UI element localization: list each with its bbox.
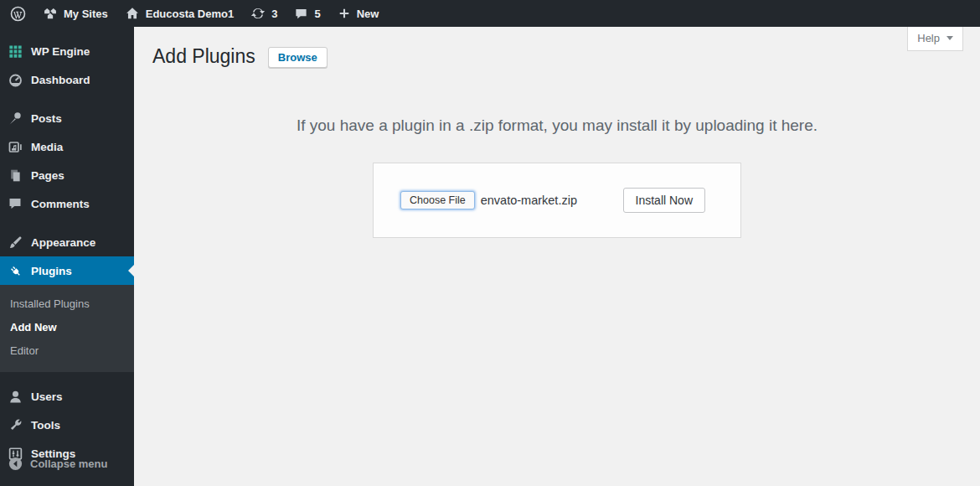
tools-icon bbox=[8, 417, 23, 433]
dashboard-icon bbox=[8, 72, 23, 88]
collapse-arrow-icon bbox=[8, 456, 23, 472]
plus-icon bbox=[338, 7, 351, 20]
sidebar-item-users[interactable]: Users bbox=[0, 382, 134, 411]
sidebar-item-media[interactable]: Media bbox=[0, 132, 134, 161]
updates-count: 3 bbox=[271, 8, 277, 20]
new-menu[interactable]: New bbox=[329, 0, 388, 27]
sidebar-item-label: Users bbox=[31, 390, 63, 403]
plugin-icon bbox=[8, 263, 23, 279]
sidebar-item-label: Pages bbox=[31, 169, 64, 182]
sidebar-item-label: Dashboard bbox=[31, 74, 90, 86]
wpengine-grid-icon bbox=[8, 44, 23, 59]
sidebar-item-plugins[interactable]: Plugins bbox=[0, 256, 134, 285]
pin-icon bbox=[8, 111, 23, 127]
upload-plugin-form: Choose File envato-market.zip Install No… bbox=[373, 163, 741, 238]
sidebar-item-posts[interactable]: Posts bbox=[0, 104, 134, 132]
pages-icon bbox=[8, 168, 23, 184]
sidebar-item-label: Media bbox=[31, 141, 63, 153]
help-label: Help bbox=[917, 32, 940, 44]
my-sites-icon bbox=[43, 6, 58, 21]
sidebar-item-dashboard[interactable]: Dashboard bbox=[0, 65, 134, 94]
title-row: Add Plugins Browse bbox=[134, 27, 980, 69]
file-input-group: Choose File envato-market.zip bbox=[400, 191, 577, 209]
sidebar-item-wp-engine[interactable]: WP Engine bbox=[0, 37, 134, 65]
sidebar-item-tools[interactable]: Tools bbox=[0, 411, 134, 439]
comments-menu[interactable]: 5 bbox=[286, 0, 328, 27]
selected-file-name: envato-market.zip bbox=[481, 194, 577, 207]
my-sites-label: My Sites bbox=[64, 8, 108, 20]
upload-instruction: If you have a plugin in a .zip format, y… bbox=[134, 116, 980, 135]
submenu-add-new[interactable]: Add New bbox=[0, 316, 134, 339]
install-now-button[interactable]: Install Now bbox=[623, 188, 705, 213]
page-title: Add Plugins bbox=[152, 44, 255, 69]
site-name-label: Educosta Demo1 bbox=[146, 8, 234, 20]
new-label: New bbox=[357, 8, 379, 20]
collapse-menu-label: Collapse menu bbox=[30, 458, 107, 470]
comments-icon bbox=[8, 196, 23, 211]
choose-file-button[interactable]: Choose File bbox=[400, 191, 475, 209]
users-icon bbox=[8, 389, 23, 405]
browse-button[interactable]: Browse bbox=[268, 47, 328, 68]
plugins-submenu: Installed Plugins Add New Editor bbox=[0, 285, 134, 372]
site-name-menu[interactable]: Educosta Demo1 bbox=[116, 0, 242, 27]
sidebar-item-pages[interactable]: Pages bbox=[0, 161, 134, 189]
updates-menu[interactable]: 3 bbox=[242, 0, 286, 27]
admin-bar: My Sites Educosta Demo1 3 5 bbox=[0, 0, 980, 27]
sidebar-item-appearance[interactable]: Appearance bbox=[0, 228, 134, 256]
help-tab[interactable]: Help bbox=[907, 27, 963, 51]
admin-sidebar: WP Engine Dashboard Posts bbox=[0, 27, 134, 486]
appearance-icon bbox=[8, 235, 23, 251]
wordpress-logo-icon bbox=[10, 6, 26, 22]
main-content: Help Add Plugins Browse If you have a pl… bbox=[134, 27, 980, 486]
comment-bubble-icon bbox=[294, 7, 308, 21]
sidebar-item-label: Posts bbox=[31, 112, 62, 125]
home-icon bbox=[125, 6, 140, 21]
my-sites-menu[interactable]: My Sites bbox=[34, 0, 116, 27]
sidebar-item-label: Appearance bbox=[31, 236, 95, 249]
caret-down-icon bbox=[946, 36, 953, 44]
wordpress-menu[interactable] bbox=[2, 0, 34, 27]
updates-icon bbox=[250, 6, 266, 21]
sidebar-item-label: Comments bbox=[31, 198, 90, 210]
collapse-menu-button[interactable]: Collapse menu bbox=[0, 449, 134, 478]
submenu-installed-plugins[interactable]: Installed Plugins bbox=[0, 292, 134, 316]
media-icon bbox=[8, 139, 23, 155]
comments-count: 5 bbox=[314, 8, 320, 20]
sidebar-item-comments[interactable]: Comments bbox=[0, 189, 134, 218]
submenu-editor[interactable]: Editor bbox=[0, 339, 134, 363]
sidebar-item-label: Tools bbox=[31, 419, 60, 432]
sidebar-item-label: Plugins bbox=[31, 265, 72, 277]
sidebar-item-label: WP Engine bbox=[31, 45, 90, 58]
